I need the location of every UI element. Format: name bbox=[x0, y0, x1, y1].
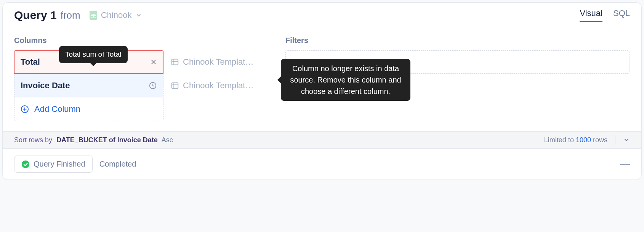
tab-sql[interactable]: SQL bbox=[613, 8, 630, 22]
add-column-label: Add Column bbox=[34, 104, 80, 114]
query-header: Query 1 from Chinook Visual SQL bbox=[3, 3, 641, 22]
table-icon bbox=[171, 58, 179, 66]
spreadsheet-icon bbox=[90, 11, 97, 20]
query-panel: Query 1 from Chinook Visual SQL Columns bbox=[2, 2, 642, 180]
columns-label: Columns bbox=[14, 36, 163, 45]
query-body: Columns Total sum of Total Column no lon… bbox=[3, 22, 641, 131]
svg-rect-7 bbox=[172, 59, 178, 65]
svg-point-17 bbox=[22, 160, 29, 168]
remove-column-button[interactable] bbox=[150, 59, 157, 65]
from-label: from bbox=[61, 10, 80, 21]
status-text: Completed bbox=[99, 160, 136, 168]
tab-visual[interactable]: Visual bbox=[580, 8, 602, 22]
add-column-button[interactable]: Add Column bbox=[14, 97, 163, 121]
column-label: Total bbox=[21, 57, 40, 67]
column-type-indicator bbox=[149, 81, 157, 90]
column-label: Invoice Date bbox=[21, 81, 70, 91]
svg-rect-11 bbox=[172, 83, 178, 88]
sort-by-control[interactable]: Sort rows by DATE_BUCKET of Invoice Date… bbox=[14, 136, 173, 144]
tooltip-total-sum: Total sum of Total bbox=[59, 46, 128, 63]
data-source-selector[interactable]: Chinook bbox=[84, 8, 148, 22]
row-limit-control: Limited to 1000 rows bbox=[544, 135, 630, 145]
status-bar: Query Finished Completed — bbox=[3, 148, 641, 180]
filters-label: Filters bbox=[285, 36, 630, 45]
column-template-source[interactable]: Chinook Templat… bbox=[171, 57, 270, 67]
sort-bar: Sort rows by DATE_BUCKET of Invoice Date… bbox=[3, 131, 641, 148]
columns-section: Columns Total sum of Total Column no lon… bbox=[14, 36, 163, 121]
collapse-button[interactable]: — bbox=[620, 158, 630, 170]
limit-button[interactable]: Limited to 1000 rows bbox=[544, 136, 607, 144]
svg-rect-4 bbox=[93, 14, 94, 17]
table-icon bbox=[171, 81, 179, 90]
column-template-source[interactable]: Chinook Templat… bbox=[171, 81, 270, 91]
check-circle-icon bbox=[21, 160, 30, 168]
tooltip-missing-column: Column no longer exists in data source. … bbox=[281, 59, 410, 101]
close-icon bbox=[150, 59, 157, 65]
chevron-down-icon[interactable] bbox=[623, 137, 630, 143]
column-item-invoice-date[interactable]: Invoice Date Chinook Templat… bbox=[14, 74, 163, 97]
plus-circle-icon bbox=[21, 105, 29, 113]
query-status-pill[interactable]: Query Finished bbox=[14, 156, 93, 173]
divider bbox=[615, 135, 615, 145]
data-source-name: Chinook bbox=[101, 10, 132, 20]
view-tabs: Visual SQL bbox=[580, 8, 630, 22]
clock-icon bbox=[149, 81, 157, 90]
query-title: Query 1 bbox=[14, 9, 57, 22]
chevron-down-icon bbox=[135, 12, 142, 19]
